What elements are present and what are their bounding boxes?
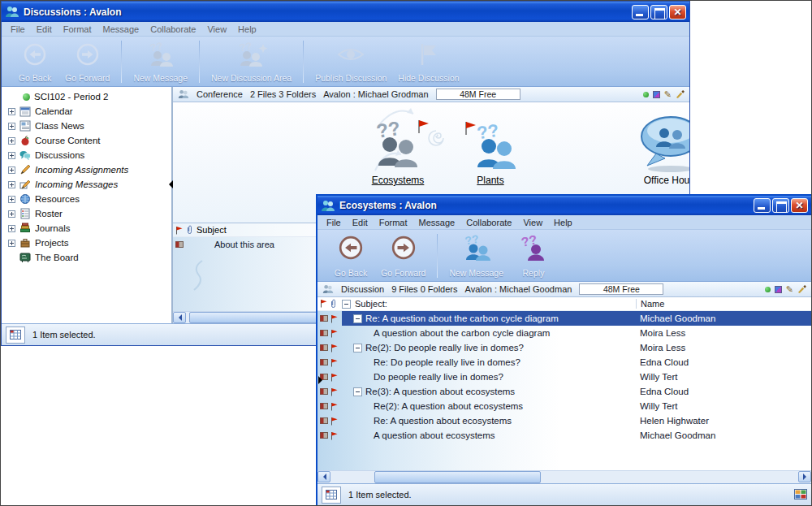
- attachment-column-icon[interactable]: [186, 225, 193, 235]
- new-message-button[interactable]: ?? New Message: [446, 232, 507, 279]
- message-row[interactable]: Re: Do people really live in domes? Edna…: [317, 355, 811, 370]
- message-subject: Do people really live in domes?: [374, 372, 503, 382]
- close-button[interactable]: ✕: [791, 198, 808, 213]
- flag-column-icon[interactable]: [175, 226, 183, 235]
- online-dot-icon[interactable]: [643, 92, 649, 97]
- message-row[interactable]: A question about ecosystems Michael Good…: [317, 428, 811, 443]
- expand-plus-icon[interactable]: [8, 152, 15, 159]
- online-dot-icon[interactable]: [765, 287, 771, 292]
- conference-item-office-hours[interactable]: Office Hours: [626, 114, 689, 186]
- palette-icon[interactable]: [653, 91, 660, 98]
- message-row[interactable]: Re: A question about the carbon cycle di…: [317, 311, 811, 326]
- menu-help[interactable]: Help: [548, 218, 578, 227]
- sidebar-item-journals[interactable]: Journals: [2, 221, 171, 236]
- close-button[interactable]: ✕: [669, 5, 686, 19]
- subject-column-header[interactable]: Subject: [197, 225, 227, 235]
- expand-plus-icon[interactable]: [8, 123, 15, 130]
- menu-message[interactable]: Message: [97, 24, 145, 34]
- expand-plus-icon[interactable]: [8, 225, 15, 232]
- expand-plus-icon[interactable]: [8, 167, 15, 174]
- unread-flag-icon: [330, 314, 338, 323]
- sidebar-item-incoming-assignments[interactable]: Incoming Assignments: [2, 162, 171, 177]
- sidebar-item-roster[interactable]: Roster: [2, 206, 171, 221]
- menu-edit[interactable]: Edit: [347, 218, 374, 227]
- pencil-icon[interactable]: ✎: [786, 286, 793, 293]
- view-mode-cell[interactable]: [6, 327, 25, 344]
- palette-icon[interactable]: [775, 286, 782, 293]
- maximize-button[interactable]: [650, 5, 667, 19]
- tree-root-sci102[interactable]: SCI102 - Period 2: [2, 89, 171, 104]
- minimize-button[interactable]: [754, 198, 771, 213]
- menu-file[interactable]: File: [321, 218, 347, 227]
- attachment-column-icon[interactable]: [330, 299, 337, 309]
- message-row[interactable]: Re(3): A question about ecosystems Edna …: [317, 384, 811, 399]
- expand-plus-icon[interactable]: [8, 240, 15, 247]
- thread-expander-icon[interactable]: [353, 387, 362, 396]
- thread-expander-icon[interactable]: [353, 314, 362, 323]
- thread-expander-icon[interactable]: [353, 344, 362, 352]
- menu-collaborate[interactable]: Collaborate: [145, 24, 201, 34]
- brush-icon[interactable]: [676, 90, 685, 98]
- expand-plus-icon[interactable]: [8, 181, 15, 188]
- conference-item-ecosystems[interactable]: ?? Ecosystems: [353, 117, 443, 186]
- sidebar-item-class-news[interactable]: Class News: [2, 119, 171, 133]
- subject-column-header[interactable]: Subject:: [355, 299, 387, 309]
- scroll-left-arrow[interactable]: [173, 312, 186, 323]
- menu-format[interactable]: Format: [374, 218, 413, 227]
- scrollbar-track[interactable]: [330, 471, 798, 483]
- name-column-header[interactable]: Name: [636, 299, 811, 309]
- menu-view[interactable]: View: [517, 218, 548, 227]
- maximize-button[interactable]: [772, 198, 789, 213]
- scroll-right-arrow[interactable]: [798, 471, 811, 482]
- expand-plus-icon[interactable]: [8, 108, 15, 115]
- scrollbar-thumb[interactable]: [189, 312, 326, 323]
- publish-discussion-button[interactable]: Publish Discussion: [312, 39, 390, 84]
- sidebar-item-incoming-messages[interactable]: Incoming Messages: [2, 177, 171, 192]
- message-row[interactable]: Do people really live in domes? Willy Te…: [317, 370, 811, 384]
- pencil-icon[interactable]: ✎: [664, 91, 672, 98]
- menu-collaborate[interactable]: Collaborate: [460, 218, 517, 227]
- sidebar-item-projects[interactable]: Projects: [2, 236, 171, 250]
- menu-help[interactable]: Help: [232, 24, 262, 34]
- reply-button[interactable]: ?? Reply: [512, 232, 555, 279]
- splitter-collapse-arrow[interactable]: [165, 180, 173, 188]
- sidebar-item-the-board[interactable]: The Board: [2, 250, 171, 265]
- minimize-button[interactable]: [632, 5, 649, 19]
- splitter-collapse-arrow[interactable]: [318, 376, 326, 384]
- messages-pencil-icon: [19, 179, 31, 190]
- scrollbar-thumb[interactable]: [374, 471, 541, 483]
- go-forward-button[interactable]: Go Forward: [378, 232, 429, 279]
- expand-plus-icon[interactable]: [8, 196, 15, 203]
- sidebar-item-resources[interactable]: Resources: [2, 192, 171, 206]
- new-discussion-area-button[interactable]: ?? New Discussion Area: [208, 39, 295, 84]
- sidebar-item-course-content[interactable]: Course Content: [2, 133, 171, 148]
- layout-switcher-cell[interactable]: [794, 489, 807, 501]
- brush-icon[interactable]: [797, 285, 806, 293]
- flag-column-icon[interactable]: [320, 299, 327, 308]
- message-row[interactable]: Re: A question about ecosystems Helen Hi…: [317, 413, 811, 428]
- menu-view[interactable]: View: [201, 24, 232, 34]
- menu-message[interactable]: Message: [413, 218, 461, 227]
- message-row[interactable]: A question about the carbon cycle diagra…: [317, 326, 811, 340]
- menu-edit[interactable]: Edit: [31, 24, 58, 34]
- collapse-all-icon[interactable]: [342, 300, 351, 309]
- view-mode-cell[interactable]: [322, 487, 341, 504]
- conference-item-plants[interactable]: ?? Plants: [456, 120, 525, 186]
- sidebar-item-calendar[interactable]: Calendar: [2, 104, 171, 119]
- expand-plus-icon[interactable]: [8, 210, 15, 218]
- new-message-button[interactable]: ?? New Message: [130, 39, 191, 84]
- hide-discussion-button[interactable]: Hide Discussion: [395, 39, 462, 84]
- message-row[interactable]: Re(2): Do people really live in domes? M…: [317, 340, 811, 355]
- go-back-button[interactable]: Go Back: [13, 39, 57, 84]
- go-back-button[interactable]: Go Back: [329, 232, 373, 279]
- menu-format[interactable]: Format: [58, 24, 97, 34]
- go-forward-button[interactable]: Go Forward: [62, 39, 113, 84]
- menu-file[interactable]: File: [5, 24, 31, 34]
- sidebar-item-discussions[interactable]: Discussions: [2, 148, 171, 162]
- message-row[interactable]: Re(2): A question about ecosystems Willy…: [317, 399, 811, 413]
- scroll-left-arrow[interactable]: [317, 471, 330, 482]
- ecosystems-titlebar[interactable]: Ecosystems : Avalon ✕: [317, 196, 811, 215]
- row-gutter: [317, 417, 342, 426]
- discussions-titlebar[interactable]: Discussions : Avalon ✕: [2, 2, 689, 22]
- expand-plus-icon[interactable]: [8, 137, 15, 145]
